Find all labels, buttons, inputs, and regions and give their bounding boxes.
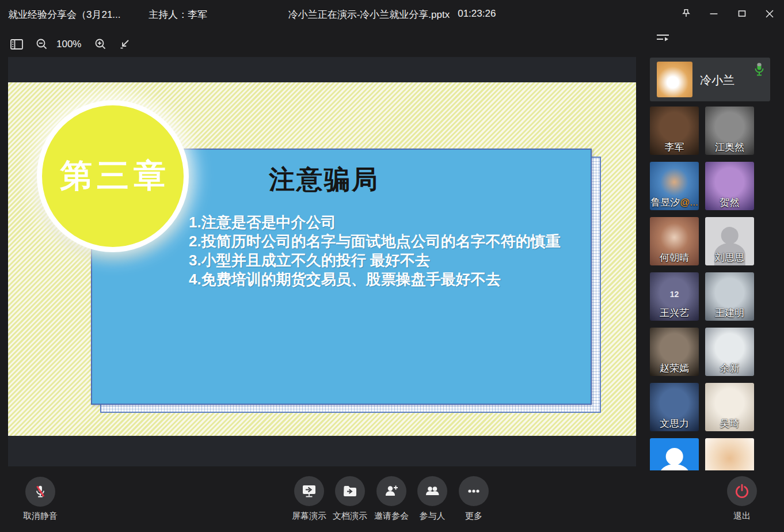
participant-name: 刘思思 xyxy=(705,251,754,264)
slide-bullet-list: 1.注意是否是中介公司 2.投简历时公司的名字与面试地点公司的名字不符的慎重 3… xyxy=(189,213,561,289)
avatar xyxy=(657,62,692,97)
participant-name: 李军 xyxy=(650,140,699,154)
participant-name: 王建明 xyxy=(705,306,754,320)
more-label: 更多 xyxy=(439,511,508,522)
meeting-title: 就业经验分享会（3月21... xyxy=(8,8,121,21)
zoom-in-icon[interactable] xyxy=(93,37,108,52)
participant-name: 江奥然 xyxy=(705,140,754,154)
mic-muted-icon xyxy=(25,477,55,507)
participant-grid: 李军江奥然鲁昱汐@...贺然何朝晴刘思思12王兴艺王建明赵荣嫣余新文思力吴琦 xyxy=(650,107,755,470)
participant-name: 吴琦 xyxy=(705,417,754,430)
participant-name: 王兴艺 xyxy=(650,306,699,320)
participant-tile[interactable]: 江奥然 xyxy=(705,107,754,155)
participant-name: 鲁昱汐@... xyxy=(650,196,699,209)
screen-share-icon xyxy=(294,476,324,506)
participant-tile[interactable] xyxy=(650,438,699,470)
avatar-overlay-text: 12 xyxy=(670,290,679,299)
maximize-button[interactable] xyxy=(734,7,750,21)
participant-name: 贺然 xyxy=(705,196,754,209)
active-speaker-tile[interactable]: 冷小兰 xyxy=(650,58,770,101)
invite-icon xyxy=(376,476,406,506)
placeholder-avatar-icon xyxy=(665,448,683,465)
slide-bullet: 4.免费培训的期货交易员、股票操盘手最好不去 xyxy=(189,270,561,289)
slide-bullet: 3.小型并且成立不久的投行 最好不去 xyxy=(189,251,561,270)
slide-bullet: 1.注意是否是中介公司 xyxy=(189,213,561,232)
meeting-timer: 01:23:26 xyxy=(458,8,496,21)
participant-tile[interactable]: 王建明 xyxy=(705,272,754,321)
mic-active-icon xyxy=(753,62,765,79)
participant-name: 余新 xyxy=(705,362,754,375)
presentation-slide: 注意骗局 1.注意是否是中介公司 2.投简历时公司的名字与面试地点公司的名字不符… xyxy=(8,82,636,436)
participant-tile[interactable]: 文思力 xyxy=(650,383,699,431)
participant-tile[interactable]: 吴琦 xyxy=(705,383,754,431)
presenting-filename: 冷小兰正在演示-冷小兰就业分享.pptx xyxy=(288,8,450,21)
collapse-panel-icon[interactable] xyxy=(656,32,670,44)
zoom-level: 100% xyxy=(56,39,81,50)
power-icon xyxy=(727,476,757,506)
participant-tile[interactable]: 何朝晴 xyxy=(650,217,699,265)
zoom-out-icon[interactable] xyxy=(35,37,50,52)
participant-tile[interactable]: 鲁昱汐@... xyxy=(650,162,699,210)
exit-label: 退出 xyxy=(707,511,777,522)
participant-tile[interactable]: 12王兴艺 xyxy=(650,272,699,321)
minimize-button[interactable] xyxy=(706,7,722,21)
chapter-badge: 第三章 xyxy=(37,100,189,252)
placeholder-avatar-icon xyxy=(659,464,690,470)
participant-tile[interactable]: 余新 xyxy=(705,328,754,376)
presenting-title: 冷小兰正在演示-冷小兰就业分享.pptx 01:23:26 xyxy=(288,8,496,21)
participant-name: 何朝晴 xyxy=(650,251,699,264)
doc-share-icon xyxy=(335,476,365,506)
speaker-name: 冷小兰 xyxy=(700,73,734,88)
pin-icon[interactable] xyxy=(678,7,694,21)
participant-tile[interactable]: 刘思思 xyxy=(705,217,754,265)
participant-tile[interactable]: 赵荣嫣 xyxy=(650,328,699,376)
participant-tile[interactable] xyxy=(705,438,754,470)
participant-tile[interactable]: 贺然 xyxy=(705,162,754,210)
chapter-badge-text: 第三章 xyxy=(55,154,170,198)
screen-share-stage: 注意骗局 1.注意是否是中介公司 2.投简历时公司的名字与面试地点公司的名字不符… xyxy=(8,57,636,466)
participants-icon xyxy=(417,476,447,506)
meeting-window: { "titlebar": { "meeting_title": "就业经验分享… xyxy=(0,0,784,532)
fit-screen-icon[interactable] xyxy=(117,37,132,52)
close-button[interactable] xyxy=(762,7,778,21)
unmute-label: 取消静音 xyxy=(6,511,75,522)
placeholder-avatar-icon xyxy=(721,227,739,244)
slide-bullet: 2.投简历时公司的名字与面试地点公司的名字不符的慎重 xyxy=(189,232,561,251)
host-label: 主持人：李军 xyxy=(149,8,207,21)
layout-panel-icon[interactable] xyxy=(9,37,24,52)
more-icon xyxy=(459,476,489,506)
participant-tile[interactable]: 李军 xyxy=(650,107,699,155)
participant-name: 赵荣嫣 xyxy=(650,362,699,375)
participant-name: 文思力 xyxy=(650,417,699,430)
